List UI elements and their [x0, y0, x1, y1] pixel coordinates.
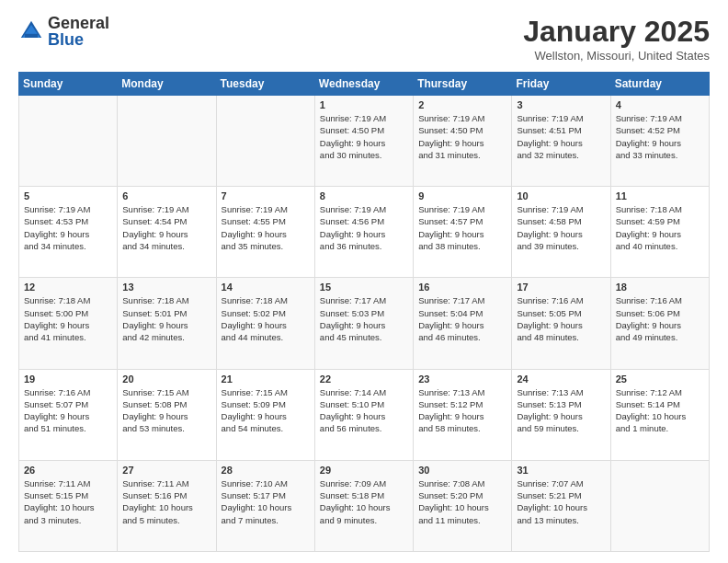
day-number: 6 — [122, 190, 210, 201]
calendar-table: SundayMondayTuesdayWednesdayThursdayFrid… — [18, 72, 710, 552]
calendar-header-wednesday: Wednesday — [314, 73, 413, 96]
day-info: Sunrise: 7:13 AM Sunset: 5:13 PM Dayligh… — [517, 386, 605, 435]
day-number: 14 — [222, 282, 310, 293]
day-info: Sunrise: 7:18 AM Sunset: 5:02 PM Dayligh… — [222, 294, 310, 343]
day-info: Sunrise: 7:15 AM Sunset: 5:09 PM Dayligh… — [222, 386, 310, 435]
day-info: Sunrise: 7:13 AM Sunset: 5:12 PM Dayligh… — [418, 386, 506, 435]
calendar-week-row: 5Sunrise: 7:19 AM Sunset: 4:53 PM Daylig… — [19, 187, 710, 278]
calendar-cell: 13Sunrise: 7:18 AM Sunset: 5:01 PM Dayli… — [118, 278, 216, 369]
logo-text: General Blue — [48, 15, 109, 48]
day-number: 18 — [616, 282, 704, 293]
day-info: Sunrise: 7:19 AM Sunset: 4:55 PM Dayligh… — [222, 203, 310, 252]
day-info: Sunrise: 7:18 AM Sunset: 4:59 PM Dayligh… — [616, 203, 704, 252]
day-info: Sunrise: 7:19 AM Sunset: 4:57 PM Dayligh… — [418, 203, 506, 252]
day-number: 8 — [320, 190, 408, 201]
calendar-cell: 2Sunrise: 7:19 AM Sunset: 4:50 PM Daylig… — [414, 96, 512, 187]
calendar-cell: 3Sunrise: 7:19 AM Sunset: 4:51 PM Daylig… — [512, 96, 610, 187]
day-info: Sunrise: 7:19 AM Sunset: 4:50 PM Dayligh… — [418, 112, 506, 161]
day-number: 2 — [418, 99, 506, 110]
day-number: 13 — [122, 282, 210, 293]
day-number: 28 — [222, 465, 310, 476]
calendar-header-monday: Monday — [118, 73, 216, 96]
day-info: Sunrise: 7:19 AM Sunset: 4:51 PM Dayligh… — [517, 112, 605, 161]
calendar-cell: 18Sunrise: 7:16 AM Sunset: 5:06 PM Dayli… — [610, 278, 709, 369]
calendar-week-row: 19Sunrise: 7:16 AM Sunset: 5:07 PM Dayli… — [19, 369, 710, 460]
day-number: 19 — [24, 373, 112, 385]
calendar-cell: 28Sunrise: 7:10 AM Sunset: 5:17 PM Dayli… — [216, 460, 314, 551]
calendar-cell: 6Sunrise: 7:19 AM Sunset: 4:54 PM Daylig… — [118, 187, 216, 278]
calendar-cell: 14Sunrise: 7:18 AM Sunset: 5:02 PM Dayli… — [216, 278, 314, 369]
calendar-cell — [19, 96, 118, 187]
logo-icon — [18, 18, 44, 44]
day-number: 3 — [517, 99, 605, 110]
day-number: 9 — [418, 190, 506, 201]
day-number: 31 — [517, 465, 605, 476]
location: Wellston, Missouri, United States — [523, 49, 710, 63]
day-info: Sunrise: 7:14 AM Sunset: 5:10 PM Dayligh… — [320, 386, 408, 435]
day-number: 5 — [24, 190, 112, 201]
calendar-header-row: SundayMondayTuesdayWednesdayThursdayFrid… — [19, 73, 710, 96]
day-number: 12 — [24, 282, 112, 293]
day-number: 4 — [616, 99, 704, 110]
svg-rect-2 — [25, 34, 38, 38]
calendar-cell — [610, 460, 709, 551]
calendar-cell: 24Sunrise: 7:13 AM Sunset: 5:13 PM Dayli… — [512, 369, 610, 460]
day-number: 10 — [517, 190, 605, 201]
title-block: January 2025 Wellston, Missouri, United … — [523, 15, 710, 63]
day-info: Sunrise: 7:11 AM Sunset: 5:15 PM Dayligh… — [24, 477, 112, 526]
day-info: Sunrise: 7:11 AM Sunset: 5:16 PM Dayligh… — [122, 477, 210, 526]
calendar-cell: 23Sunrise: 7:13 AM Sunset: 5:12 PM Dayli… — [414, 369, 512, 460]
day-number: 23 — [418, 373, 506, 385]
day-number: 20 — [122, 373, 210, 385]
day-number: 22 — [320, 373, 408, 385]
day-number: 27 — [122, 465, 210, 476]
calendar-cell: 9Sunrise: 7:19 AM Sunset: 4:57 PM Daylig… — [414, 187, 512, 278]
calendar-cell: 12Sunrise: 7:18 AM Sunset: 5:00 PM Dayli… — [19, 278, 118, 369]
day-info: Sunrise: 7:16 AM Sunset: 5:06 PM Dayligh… — [616, 294, 704, 343]
calendar-header-sunday: Sunday — [19, 73, 118, 96]
day-info: Sunrise: 7:12 AM Sunset: 5:14 PM Dayligh… — [616, 386, 704, 435]
day-number: 16 — [418, 282, 506, 293]
day-info: Sunrise: 7:10 AM Sunset: 5:17 PM Dayligh… — [222, 477, 310, 526]
calendar-cell: 17Sunrise: 7:16 AM Sunset: 5:05 PM Dayli… — [512, 278, 610, 369]
calendar-cell: 25Sunrise: 7:12 AM Sunset: 5:14 PM Dayli… — [610, 369, 709, 460]
day-info: Sunrise: 7:19 AM Sunset: 4:50 PM Dayligh… — [320, 112, 408, 161]
day-number: 21 — [222, 373, 310, 385]
day-number: 7 — [222, 190, 310, 201]
calendar-cell: 11Sunrise: 7:18 AM Sunset: 4:59 PM Dayli… — [610, 187, 709, 278]
day-info: Sunrise: 7:17 AM Sunset: 5:04 PM Dayligh… — [418, 294, 506, 343]
calendar-cell: 20Sunrise: 7:15 AM Sunset: 5:08 PM Dayli… — [118, 369, 216, 460]
day-info: Sunrise: 7:18 AM Sunset: 5:01 PM Dayligh… — [122, 294, 210, 343]
day-number: 25 — [616, 373, 704, 385]
day-info: Sunrise: 7:15 AM Sunset: 5:08 PM Dayligh… — [122, 386, 210, 435]
calendar-cell — [118, 96, 216, 187]
calendar-cell: 27Sunrise: 7:11 AM Sunset: 5:16 PM Dayli… — [118, 460, 216, 551]
calendar-cell: 29Sunrise: 7:09 AM Sunset: 5:18 PM Dayli… — [314, 460, 413, 551]
day-info: Sunrise: 7:17 AM Sunset: 5:03 PM Dayligh… — [320, 294, 408, 343]
calendar-header-friday: Friday — [512, 73, 610, 96]
calendar-cell: 1Sunrise: 7:19 AM Sunset: 4:50 PM Daylig… — [314, 96, 413, 187]
day-number: 29 — [320, 465, 408, 476]
calendar-cell: 19Sunrise: 7:16 AM Sunset: 5:07 PM Dayli… — [19, 369, 118, 460]
day-info: Sunrise: 7:19 AM Sunset: 4:53 PM Dayligh… — [24, 203, 112, 252]
calendar-header-saturday: Saturday — [610, 73, 709, 96]
calendar-cell: 22Sunrise: 7:14 AM Sunset: 5:10 PM Dayli… — [314, 369, 413, 460]
calendar-header-thursday: Thursday — [414, 73, 512, 96]
day-info: Sunrise: 7:18 AM Sunset: 5:00 PM Dayligh… — [24, 294, 112, 343]
day-number: 24 — [517, 373, 605, 385]
calendar-week-row: 26Sunrise: 7:11 AM Sunset: 5:15 PM Dayli… — [19, 460, 710, 551]
day-number: 11 — [616, 190, 704, 201]
calendar-cell: 30Sunrise: 7:08 AM Sunset: 5:20 PM Dayli… — [414, 460, 512, 551]
day-number: 30 — [418, 465, 506, 476]
day-info: Sunrise: 7:08 AM Sunset: 5:20 PM Dayligh… — [418, 477, 506, 526]
day-info: Sunrise: 7:16 AM Sunset: 5:07 PM Dayligh… — [24, 386, 112, 435]
day-info: Sunrise: 7:16 AM Sunset: 5:05 PM Dayligh… — [517, 294, 605, 343]
logo-blue-text: Blue — [48, 31, 109, 48]
logo: General Blue — [18, 15, 109, 48]
day-info: Sunrise: 7:19 AM Sunset: 4:56 PM Dayligh… — [320, 203, 408, 252]
calendar-cell: 4Sunrise: 7:19 AM Sunset: 4:52 PM Daylig… — [610, 96, 709, 187]
day-number: 1 — [320, 99, 408, 110]
calendar-cell — [216, 96, 314, 187]
calendar-header-tuesday: Tuesday — [216, 73, 314, 96]
day-info: Sunrise: 7:09 AM Sunset: 5:18 PM Dayligh… — [320, 477, 408, 526]
